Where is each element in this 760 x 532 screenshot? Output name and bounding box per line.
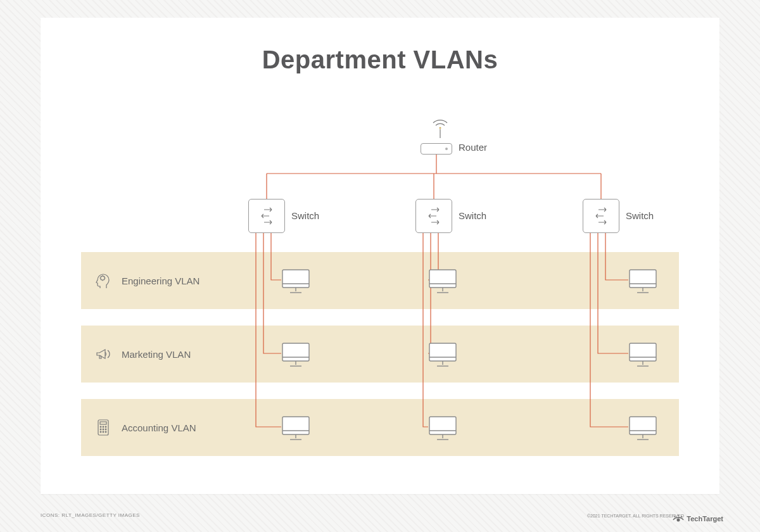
switch-label: Switch	[626, 210, 654, 221]
svg-rect-2	[100, 422, 106, 424]
svg-rect-34	[429, 343, 456, 361]
svg-point-9	[100, 431, 101, 433]
calculator-icon	[94, 418, 113, 437]
copyright-text: ©2021 TECHTARGET. ALL RIGHTS RESERVED	[587, 514, 684, 518]
monitor-icon	[281, 415, 310, 445]
svg-rect-30	[282, 343, 309, 361]
svg-rect-18	[282, 270, 309, 288]
svg-point-3	[100, 426, 101, 428]
monitor-icon	[428, 342, 457, 371]
monitor-icon	[428, 269, 457, 298]
svg-rect-26	[630, 270, 656, 288]
brand-logo: TechTarget	[673, 514, 723, 523]
svg-point-6	[100, 429, 101, 430]
switch-label: Switch	[291, 210, 319, 221]
vlan-label: Marketing VLAN	[122, 349, 191, 360]
icons-credit: ICONS: RLT_IMAGES/GETTY IMAGES	[41, 512, 140, 518]
svg-rect-22	[429, 270, 456, 288]
router-node	[421, 143, 452, 155]
svg-point-5	[105, 426, 106, 428]
svg-point-7	[103, 429, 104, 430]
switch-label: Switch	[459, 210, 486, 221]
switch-node	[415, 199, 452, 233]
svg-point-54	[677, 519, 680, 522]
switch-node	[583, 199, 619, 233]
diagram-canvas: Department VLANs Engineering VLAN	[41, 18, 719, 494]
wifi-icon	[432, 119, 448, 141]
svg-point-8	[105, 429, 106, 430]
monitor-icon	[628, 342, 657, 371]
eye-icon	[673, 514, 684, 523]
monitor-icon	[281, 269, 310, 298]
router-label: Router	[459, 142, 487, 153]
svg-rect-46	[429, 417, 456, 434]
svg-point-10	[103, 431, 104, 433]
head-gear-icon	[94, 271, 113, 290]
diagram-title: Department VLANs	[41, 46, 719, 74]
brand-text: TechTarget	[687, 515, 723, 522]
svg-rect-42	[282, 417, 309, 434]
vlan-label: Accounting VLAN	[122, 422, 196, 433]
vlan-band-accounting: Accounting VLAN	[81, 399, 679, 456]
vlan-band-marketing: Marketing VLAN	[81, 326, 679, 383]
monitor-icon	[281, 342, 310, 371]
vlan-band-engineering: Engineering VLAN	[81, 252, 679, 309]
svg-point-11	[105, 431, 106, 433]
monitor-icon	[628, 415, 657, 445]
svg-point-17	[440, 127, 441, 129]
svg-rect-50	[630, 417, 656, 434]
megaphone-icon	[94, 345, 113, 364]
switch-node	[248, 199, 285, 233]
svg-rect-38	[630, 343, 656, 361]
svg-point-4	[103, 426, 104, 428]
vlan-label: Engineering VLAN	[122, 276, 200, 286]
monitor-icon	[628, 269, 657, 298]
monitor-icon	[428, 415, 457, 445]
